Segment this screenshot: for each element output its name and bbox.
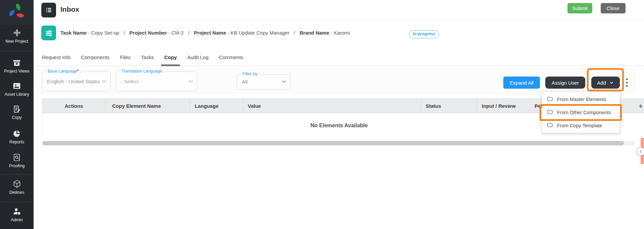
- chevron-down-icon: [281, 79, 287, 86]
- empty-state-message: No Elements Available: [311, 123, 368, 129]
- sidebar: New Project Project Views Asset Library …: [0, 0, 34, 229]
- submit-button[interactable]: Submit: [567, 3, 592, 13]
- project-views-icon: [0, 58, 34, 67]
- sidebar-item-reports[interactable]: Reports: [0, 129, 34, 144]
- breadcrumb: Task Name - Copy Set-up / Project Number…: [60, 30, 350, 36]
- translation-language-value: - Select -: [121, 79, 142, 85]
- inbox-list-icon: [41, 3, 56, 17]
- translation-language-select[interactable]: Translation Language : - Select -: [116, 72, 197, 91]
- brand-logo-icon: [6, 1, 27, 24]
- sidebar-item-copy[interactable]: Copy: [0, 105, 34, 120]
- tab-bar: Request Info Components Files Tasks Copy…: [34, 49, 644, 66]
- add-button[interactable]: Add: [591, 77, 620, 89]
- admin-icon: [0, 207, 34, 216]
- chevron-down-icon: [609, 80, 614, 85]
- column-header-input-review: Input / Review: [477, 99, 530, 113]
- sidebar-item-dielines[interactable]: Dielines: [0, 179, 34, 195]
- sidebar-item-label: Reports: [9, 140, 24, 144]
- task-value: Karomi: [334, 30, 350, 36]
- reports-icon: [0, 129, 34, 138]
- column-header-language: Language: [190, 99, 243, 113]
- task-value: CM-2: [171, 30, 184, 36]
- proofing-icon: [0, 153, 34, 162]
- folder-icon: [547, 96, 553, 102]
- sidebar-item-label: Admin: [11, 218, 22, 222]
- tab-request-info[interactable]: Request Info: [42, 49, 71, 66]
- sidebar-item-new-project[interactable]: New Project: [0, 28, 34, 44]
- translation-language-label: Translation Language :: [120, 69, 166, 74]
- breadcrumb-separator: /: [294, 30, 295, 36]
- base-language-value: English - United States: [47, 79, 100, 85]
- task-value: Copy Set-up: [91, 30, 119, 36]
- sidebar-divider: [0, 202, 34, 202]
- close-button[interactable]: Close: [601, 3, 626, 13]
- sidebar-item-label: New Project: [5, 39, 28, 44]
- task-label: Brand Name: [300, 30, 329, 36]
- tab-copy[interactable]: Copy: [164, 49, 177, 66]
- filter-by-value: All: [242, 79, 247, 85]
- tab-components[interactable]: Components: [81, 49, 109, 66]
- dielines-icon: [0, 179, 34, 188]
- base-language-label: Base Language* :: [46, 69, 83, 74]
- task-label: Project Number: [129, 30, 167, 36]
- filter-by-select[interactable]: Filter by : All: [237, 74, 290, 90]
- task-delimiter: -: [167, 30, 171, 36]
- sidebar-item-admin[interactable]: Admin: [0, 207, 34, 222]
- task-value: KB Update Copy Manager: [231, 30, 289, 36]
- tab-tasks[interactable]: Tasks: [141, 49, 154, 66]
- horizontal-scrollbar-thumb[interactable]: [42, 141, 624, 145]
- column-header-status: Status: [421, 99, 477, 113]
- column-header-copy-element-name: Copy Element Name: [105, 99, 190, 113]
- add-dropdown-menu: From Master Elements From Other Componen…: [542, 91, 620, 133]
- expand-all-button[interactable]: Expand All: [503, 77, 540, 89]
- tab-comments[interactable]: Comments: [219, 49, 243, 66]
- column-header-value: Value: [243, 99, 421, 113]
- chevron-left-icon: [639, 149, 643, 154]
- task-label: Task Name: [60, 30, 87, 36]
- chevron-down-icon: [101, 78, 107, 86]
- task-settings-icon: [41, 26, 56, 40]
- chevron-down-icon: [187, 78, 194, 86]
- breadcrumb-separator: /: [188, 30, 189, 36]
- panel-collapse-button[interactable]: [636, 147, 644, 156]
- status-badge: In-progress: [409, 30, 439, 38]
- sidebar-item-label: Dielines: [9, 190, 24, 195]
- sidebar-divider: [0, 51, 34, 51]
- column-header-edge-fragment: s: [639, 99, 642, 113]
- menu-item-label: From Other Components: [557, 110, 611, 115]
- top-bar: Inbox Submit Close: [34, 0, 644, 20]
- folder-icon: [547, 122, 553, 129]
- breadcrumb-separator: /: [124, 30, 125, 36]
- menu-item-from-other-components[interactable]: From Other Components: [542, 106, 620, 119]
- copy-icon: [0, 105, 34, 113]
- task-delimiter: -: [87, 30, 91, 36]
- sidebar-divider: [0, 174, 34, 175]
- sidebar-item-label: Copy: [12, 115, 21, 120]
- menu-item-label: From Master Elements: [557, 97, 606, 102]
- column-header-actions: Actions: [43, 99, 105, 113]
- tab-audit-log[interactable]: Audit Log: [187, 49, 209, 66]
- tab-files[interactable]: Files: [120, 49, 131, 66]
- menu-item-label: From Copy Template: [557, 123, 602, 128]
- app-screen: New Project Project Views Asset Library …: [0, 0, 644, 229]
- new-project-plus-icon: [0, 28, 34, 37]
- sidebar-item-label: Asset Library: [5, 92, 29, 97]
- task-delimiter: -: [329, 30, 334, 36]
- task-delimiter: -: [226, 30, 230, 36]
- asset-library-icon: [0, 82, 34, 90]
- kebab-menu-icon[interactable]: [625, 78, 629, 88]
- task-label: Project Name: [194, 30, 226, 36]
- menu-item-from-copy-template[interactable]: From Copy Template: [542, 119, 620, 132]
- folder-icon: [547, 109, 553, 116]
- add-button-label: Add: [597, 80, 606, 86]
- sidebar-item-label: Project Views: [4, 69, 30, 74]
- brand-logo[interactable]: [0, 0, 34, 25]
- sidebar-item-proofing[interactable]: Proofing: [0, 153, 34, 168]
- assign-user-button[interactable]: Assign User: [545, 77, 585, 89]
- base-language-select[interactable]: Base Language* : English - United States: [42, 72, 111, 91]
- filter-by-label: Filter by :: [241, 72, 261, 76]
- menu-item-from-master-elements[interactable]: From Master Elements: [542, 93, 620, 106]
- sidebar-item-project-views[interactable]: Project Views: [0, 58, 34, 74]
- sidebar-item-label: Proofing: [9, 164, 25, 168]
- sidebar-item-asset-library[interactable]: Asset Library: [0, 82, 34, 97]
